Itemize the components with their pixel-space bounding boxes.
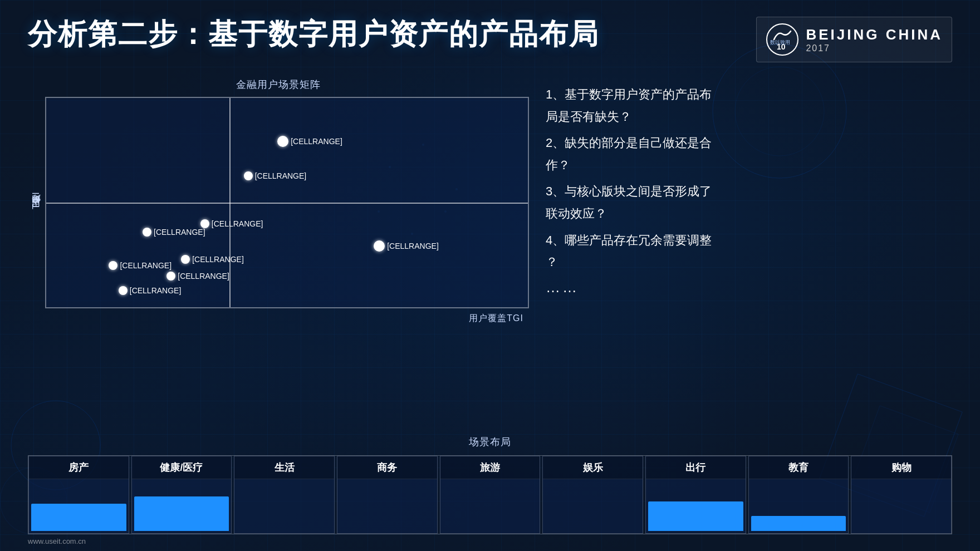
dot-label-7: [CELLRANGE] bbox=[178, 272, 229, 281]
analysis-item-1: 1、基于数字用户资产的产品布局是否有缺失？ bbox=[546, 83, 952, 127]
analysis-item-2: 2、缺失的部分是自己做还是合作？ bbox=[546, 132, 952, 176]
logo-icon: 10 数以致用 bbox=[766, 23, 799, 56]
data-point-8: [CELLRANGE] bbox=[109, 261, 171, 270]
scatter-plot: [CELLRANGE] [CELLRANGE] [CELLRANGE] [CEL… bbox=[45, 97, 529, 308]
footer-url: www.useit.com.cn bbox=[28, 537, 86, 545]
logo-main-text: BEIJING CHINA bbox=[806, 26, 943, 43]
scene-cell-fangchan: 房产 bbox=[28, 456, 129, 534]
data-point-6: [CELLRANGE] bbox=[119, 286, 182, 295]
dot-label-3: [CELLRANGE] bbox=[154, 228, 205, 237]
data-point-4: [CELLRANGE] bbox=[244, 171, 307, 180]
dot-label-1: [CELLRANGE] bbox=[192, 255, 244, 264]
scene-cell-education: 教育 bbox=[748, 456, 849, 534]
scene-cell-shopping: 购物 bbox=[851, 456, 952, 534]
ellipsis-text: …… bbox=[546, 279, 952, 296]
scene-cell-transport: 出行 bbox=[645, 456, 746, 534]
scene-bar-2 bbox=[134, 496, 229, 531]
data-point-2: [CELLRANGE] bbox=[200, 219, 263, 228]
x-axis-label: 用户覆盖TGI bbox=[28, 313, 529, 324]
scene-bar-area-6 bbox=[543, 479, 643, 533]
scene-bar-area-8 bbox=[749, 479, 849, 533]
scene-grid: 房产 健康/医疗 生活 商务 旅游 bbox=[28, 455, 952, 534]
dot-2 bbox=[200, 219, 209, 228]
data-point-7: [CELLRANGE] bbox=[166, 272, 229, 281]
chart-title: 金融用户场景矩阵 bbox=[28, 78, 529, 91]
scene-bar-area-4 bbox=[337, 479, 437, 533]
dot-1 bbox=[181, 255, 190, 264]
chart-section: 金融用户场景矩阵 用户偏好TGI [CELLRANGE] [CELLRANG bbox=[28, 78, 529, 324]
analysis-item-4: 4、哪些产品存在冗余需要调整？ bbox=[546, 229, 952, 273]
data-point-3: [CELLRANGE] bbox=[143, 228, 205, 237]
data-point-9: [CELLRANGE] bbox=[374, 240, 439, 252]
scene-bar-1 bbox=[31, 504, 126, 531]
scene-bar-area-3 bbox=[234, 479, 334, 533]
analysis-item-3: 3、与核心版块之间是否形成了联动效应？ bbox=[546, 180, 952, 224]
scene-cell-travel: 旅游 bbox=[440, 456, 541, 534]
scene-title: 场景布局 bbox=[28, 435, 952, 449]
scene-header-life: 生活 bbox=[234, 456, 334, 479]
analysis-section: 1、基于数字用户资产的产品布局是否有缺失？ 2、缺失的部分是自己做还是合作？ 3… bbox=[546, 78, 952, 324]
scene-bar-area-1 bbox=[29, 479, 129, 533]
scene-bar-area-5 bbox=[440, 479, 540, 533]
chart-container: 用户偏好TGI [CELLRANGE] [CELLRANGE] bbox=[28, 97, 529, 308]
data-point-5: [CELLRANGE] bbox=[277, 136, 342, 147]
dot-4 bbox=[244, 171, 253, 180]
scene-header-transport: 出行 bbox=[646, 456, 746, 479]
logo-area: 10 数以致用 BEIJING CHINA 2017 bbox=[756, 17, 952, 62]
dot-6 bbox=[119, 286, 128, 295]
scene-header-entertainment: 娱乐 bbox=[543, 456, 643, 479]
bottom-section: 场景布局 房产 健康/医疗 生活 商务 bbox=[28, 435, 952, 534]
dot-8 bbox=[109, 261, 117, 270]
header: 分析第二步：基于数字用户资产的产品布局 10 数以致用 BEIJING CHIN… bbox=[28, 17, 952, 62]
scene-cell-health: 健康/医疗 bbox=[131, 456, 232, 534]
scene-header-travel: 旅游 bbox=[440, 456, 540, 479]
scene-header-fangchan: 房产 bbox=[29, 456, 129, 479]
horizontal-divider bbox=[46, 203, 528, 204]
dot-label-2: [CELLRANGE] bbox=[212, 219, 263, 228]
svg-text:数以致用: 数以致用 bbox=[770, 40, 790, 45]
logo-text: BEIJING CHINA 2017 bbox=[806, 26, 943, 53]
y-axis-label: 用户偏好TGI bbox=[28, 97, 45, 308]
dot-3 bbox=[143, 228, 151, 237]
dot-5 bbox=[277, 136, 288, 147]
scene-bar-7 bbox=[648, 501, 743, 531]
dot-label-8: [CELLRANGE] bbox=[120, 261, 171, 270]
scene-cell-business: 商务 bbox=[337, 456, 438, 534]
scene-bar-area-2 bbox=[132, 479, 232, 533]
scene-bar-area-9 bbox=[851, 479, 951, 533]
dot-9 bbox=[374, 240, 385, 252]
scene-header-shopping: 购物 bbox=[851, 456, 951, 479]
dot-7 bbox=[166, 272, 175, 281]
scene-header-business: 商务 bbox=[337, 456, 437, 479]
dot-label-5: [CELLRANGE] bbox=[291, 137, 342, 146]
scene-bar-8 bbox=[751, 516, 846, 531]
scene-header-education: 教育 bbox=[749, 456, 849, 479]
logo-year: 2017 bbox=[806, 43, 943, 53]
dot-label-4: [CELLRANGE] bbox=[255, 171, 307, 180]
scene-bar-area-7 bbox=[646, 479, 746, 533]
data-point-1: [CELLRANGE] bbox=[181, 255, 244, 264]
analysis-text: 1、基于数字用户资产的产品布局是否有缺失？ 2、缺失的部分是自己做还是合作？ 3… bbox=[546, 83, 952, 273]
dot-label-9: [CELLRANGE] bbox=[387, 242, 439, 250]
scene-cell-life: 生活 bbox=[234, 456, 335, 534]
content-area: 金融用户场景矩阵 用户偏好TGI [CELLRANGE] [CELLRANG bbox=[28, 78, 952, 324]
scene-cell-entertainment: 娱乐 bbox=[542, 456, 643, 534]
dot-label-6: [CELLRANGE] bbox=[130, 286, 182, 295]
scene-header-health: 健康/医疗 bbox=[132, 456, 232, 479]
page-title: 分析第二步：基于数字用户资产的产品布局 bbox=[28, 17, 599, 51]
